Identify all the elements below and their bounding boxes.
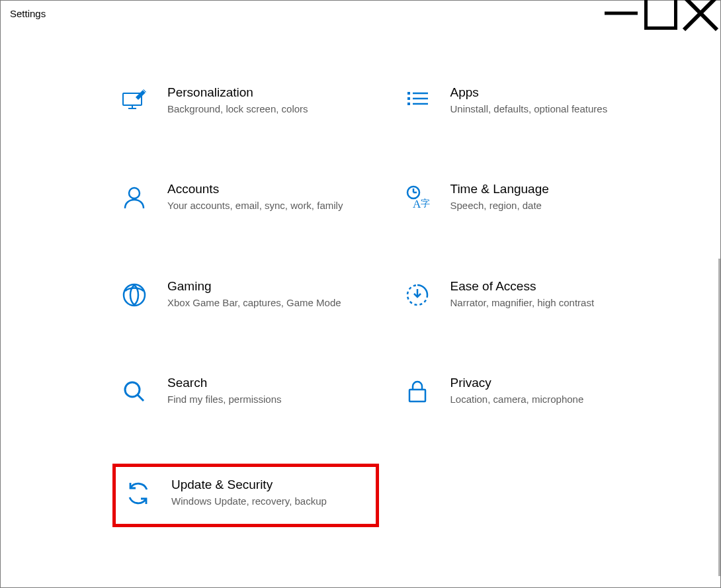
search-icon — [120, 377, 149, 406]
tile-desc: Location, camera, microphone — [450, 393, 584, 406]
tile-search[interactable]: Search Find my files, permissions — [116, 370, 376, 414]
tile-desc: Xbox Game Bar, captures, Game Mode — [167, 296, 341, 310]
tile-desc: Narrator, magnifier, high contrast — [450, 296, 595, 310]
window-title: Settings — [10, 8, 46, 19]
apps-icon — [403, 87, 432, 116]
update-security-icon — [124, 479, 153, 508]
tile-ease-of-access[interactable]: Ease of Access Narrator, magnifier, high… — [399, 274, 659, 317]
tile-personalization[interactable]: Personalization Background, lock screen,… — [116, 80, 376, 124]
tile-title: Privacy — [450, 376, 584, 390]
tile-title: Search — [167, 376, 282, 390]
tile-title: Time & Language — [450, 182, 549, 196]
personalization-icon — [120, 87, 149, 116]
title-bar: Settings — [1, 1, 720, 26]
svg-rect-1 — [646, 0, 676, 28]
tile-desc: Your accounts, email, sync, work, family — [167, 199, 343, 212]
tile-privacy[interactable]: Privacy Location, camera, microphone — [399, 370, 659, 414]
tile-desc: Find my files, permissions — [167, 393, 282, 406]
tile-title: Ease of Access — [450, 279, 595, 294]
tile-desc: Background, lock screen, colors — [167, 103, 308, 116]
maximize-button[interactable] — [641, 1, 681, 26]
accounts-icon — [120, 183, 149, 212]
gaming-icon — [120, 280, 149, 310]
minimize-button[interactable] — [601, 1, 641, 26]
time-language-icon: A 字 — [403, 183, 432, 212]
tile-title: Update & Security — [171, 478, 327, 492]
tile-desc: Speech, region, date — [450, 199, 549, 212]
window-controls — [601, 1, 720, 26]
close-button[interactable] — [681, 1, 720, 26]
scrollbar[interactable] — [718, 259, 720, 576]
ease-of-access-icon — [403, 280, 432, 310]
svg-rect-24 — [409, 390, 425, 401]
tile-desc: Uninstall, defaults, optional features — [450, 103, 608, 116]
settings-grid: Personalization Background, lock screen,… — [116, 80, 658, 524]
privacy-icon — [403, 377, 432, 406]
svg-rect-9 — [407, 97, 410, 100]
tile-desc: Windows Update, recovery, backup — [171, 495, 327, 508]
tile-time-language[interactable]: A 字 Time & Language Speech, region, date — [399, 177, 659, 220]
svg-rect-8 — [407, 92, 410, 95]
tile-gaming[interactable]: Gaming Xbox Game Bar, captures, Game Mod… — [116, 274, 376, 317]
svg-point-22 — [125, 382, 140, 397]
tile-update-security[interactable]: Update & Security Windows Update, recove… — [112, 464, 379, 527]
svg-point-14 — [129, 188, 140, 198]
svg-rect-10 — [407, 103, 410, 105]
svg-line-23 — [138, 395, 144, 401]
tile-apps[interactable]: Apps Uninstall, defaults, optional featu… — [399, 80, 659, 124]
tile-title: Apps — [450, 85, 608, 100]
tile-accounts[interactable]: Accounts Your accounts, email, sync, wor… — [116, 177, 376, 220]
tile-title: Personalization — [167, 85, 308, 100]
tile-title: Gaming — [167, 279, 341, 294]
settings-window: Settings — [0, 0, 721, 588]
tile-title: Accounts — [167, 182, 343, 196]
svg-text:字: 字 — [421, 198, 430, 208]
